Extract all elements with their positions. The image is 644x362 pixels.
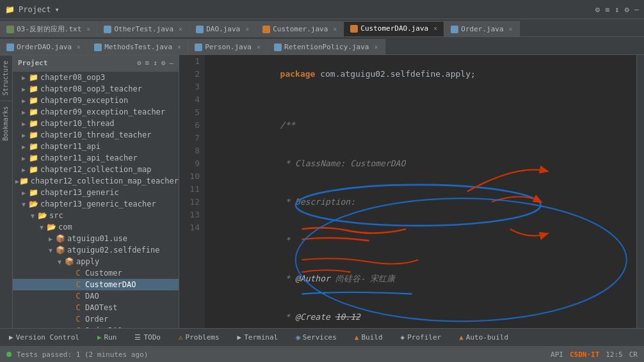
class-icon: C [73, 280, 83, 289]
tab-customer[interactable]: Customer.java × [256, 21, 344, 36]
editor-area[interactable]: 1 2 3 4 5 6 7 8 9 10 11 12 13 14 package… [179, 55, 636, 328]
tab-label: RetentionPolicy.java [284, 43, 369, 51]
tree-item-orderdao-class[interactable]: C OrderDAO [13, 325, 179, 328]
close-icon[interactable]: × [509, 26, 513, 33]
gear-icon[interactable]: ⚙ [625, 5, 629, 14]
tab-othertest[interactable]: OtherTest.java × [97, 21, 189, 36]
expand-arrow: ▼ [37, 224, 46, 231]
tab-label: Order.java [461, 25, 503, 33]
sidebar-header-icons: ⚙ ≡ ↕ ⚙ — [137, 59, 173, 67]
sidebar-sort-icon[interactable]: ↕ [153, 59, 157, 67]
title-dropdown-arrow[interactable]: ▾ [55, 5, 60, 14]
tree-item-ch08-oop3-teacher[interactable]: ▶ 📁 chapter08_oop3_teacher [13, 83, 179, 95]
tree-item-atguigu02[interactable]: ▼ 📦 atguigu02.selfdefine [13, 244, 179, 256]
tree-label: Customer [85, 269, 122, 278]
expand-arrow: ▼ [55, 258, 64, 265]
code-line-7: * @Author 尚硅谷- 宋红康 [210, 260, 636, 298]
close-icon[interactable]: × [245, 26, 249, 33]
terminal-button[interactable]: ▶ Terminal [234, 332, 282, 343]
close-icon[interactable]: × [333, 26, 337, 33]
tree-item-ch13-gen[interactable]: ▶ 📁 chapter13_generic [13, 187, 179, 198]
tab-dao[interactable]: DAO.java × [189, 21, 256, 36]
tree-item-order-class[interactable]: C Order [13, 313, 179, 325]
tree-item-customerdao-class[interactable]: C CustomerDAO [13, 279, 179, 290]
tree-item-ch11-api-teacher[interactable]: ▶ 📁 chapter11_api_teacher [13, 152, 179, 164]
sidebar-settings-icon[interactable]: ⚙ [137, 59, 141, 67]
close-icon[interactable]: × [86, 26, 90, 33]
tree-item-ch12-col-teacher[interactable]: ▶ 📁 chapter12_collection_map_teacher [13, 175, 179, 187]
tree-item-ch11-api[interactable]: ▶ 📁 chapter11_api [13, 141, 179, 152]
tree-item-dao-class[interactable]: C DAO [13, 290, 179, 302]
tree-item-ch10-thread-teacher[interactable]: ▶ 📁 chapter10_thread_teacher [13, 129, 179, 141]
tab-person[interactable]: Person.java × [188, 39, 268, 54]
tree-item-ch10-thread[interactable]: ▶ 📁 chapter10_thread [13, 118, 179, 129]
tab-retentionpolicy[interactable]: RetentionPolicy.java × [268, 39, 385, 54]
code-line-2 [210, 93, 636, 106]
class-icon: C [73, 292, 83, 301]
tree-item-customer-class[interactable]: C Customer [13, 267, 179, 279]
structure-tab[interactable]: Structure [0, 55, 12, 100]
close-icon[interactable]: × [179, 26, 182, 33]
close-icon[interactable]: × [433, 25, 437, 32]
tree-label: src [49, 211, 63, 220]
folder-icon: 📁 [28, 119, 38, 128]
tree-item-daotest-class[interactable]: C DAOTest [13, 302, 179, 313]
services-button[interactable]: ◉ Services [292, 332, 341, 343]
settings-icon[interactable]: ⚙ [595, 5, 600, 14]
tree-item-apply[interactable]: ▼ 📦 apply [13, 256, 179, 267]
close-icon[interactable]: × [257, 43, 261, 51]
expand-arrow: ▶ [46, 235, 55, 242]
tree-item-ch09-exc-teacher[interactable]: ▶ 📁 chapter09_exception_teacher [13, 106, 179, 118]
close-icon[interactable]: × [77, 43, 81, 51]
folder-icon: 📁 [28, 73, 38, 82]
expand-arrow: ▶ [19, 109, 28, 116]
scrollbar[interactable] [636, 55, 644, 328]
expand-arrow: ▶ [19, 189, 28, 196]
auto-build-icon: ▲ [459, 333, 463, 342]
folder-open-icon: 📂 [28, 200, 38, 209]
tab-bar-row2: OrderDAO.java × MethodsTest.java × Perso… [0, 37, 644, 55]
bookmarks-tab[interactable]: Bookmarks [0, 100, 12, 146]
tab-bar-row1: 03-反射的应用.txt × OtherTest.java × DAO.java… [0, 19, 644, 37]
problems-label: Problems [186, 333, 220, 342]
sidebar-gear-icon[interactable]: ⚙ [161, 59, 166, 67]
expand-arrow: ▼ [19, 201, 28, 208]
tree-label: chapter11_api_teacher [40, 153, 138, 162]
problems-button[interactable]: ⚠ Problems [175, 332, 223, 343]
sidebar-minimize-icon[interactable]: — [169, 59, 173, 67]
build-button[interactable]: ▲ Build [351, 332, 387, 343]
minimize-icon[interactable]: — [634, 5, 639, 14]
tree-item-ch08-oop3[interactable]: ▶ 📁 chapter08_oop3 [13, 72, 179, 83]
main-layout: Structure Bookmarks Project ⚙ ≡ ↕ ⚙ — ▶ … [0, 55, 644, 328]
tree-item-src[interactable]: ▼ 📂 src [13, 210, 179, 221]
tab-orderdao[interactable]: OrderDAO.java × [0, 39, 88, 54]
java-file-icon [94, 43, 102, 51]
terminal-label: Terminal [244, 333, 278, 342]
tree-label: chapter09_exception_teacher [40, 107, 165, 116]
tree-item-atguigu01[interactable]: ▶ 📦 atguigu01.use [13, 233, 179, 244]
tree-item-ch12-col[interactable]: ▶ 📁 chapter12_collection_map [13, 164, 179, 175]
tab-customerdao-active[interactable]: CustomerDAO.java × [344, 21, 444, 36]
todo-button[interactable]: ☰ TODo [131, 332, 165, 343]
run-button[interactable]: ▶ Run [93, 332, 121, 343]
sort-icon[interactable]: ↕ [615, 5, 619, 14]
tab-order[interactable]: Order.java × [444, 21, 519, 36]
close-icon[interactable]: × [177, 43, 181, 51]
status-right: API CSDN·IT 12:5 CR [551, 350, 638, 359]
menu-icon[interactable]: ≡ [605, 5, 609, 14]
auto-build-button[interactable]: ▲ Auto-build [455, 332, 512, 343]
sidebar-layout-icon[interactable]: ≡ [145, 59, 150, 67]
tree-item-ch09-exc[interactable]: ▶ 📁 chapter09_exception [13, 95, 179, 106]
tab-label: 03-反射的应用.txt [17, 24, 81, 34]
close-icon[interactable]: × [374, 43, 378, 51]
tree-label: chapter10_thread [40, 119, 115, 128]
tab-label: Person.java [205, 43, 252, 51]
class-file-icon [350, 25, 358, 33]
tab-methodstest[interactable]: MethodsTest.java × [88, 39, 188, 54]
version-control-button[interactable]: ▶ Version Control [5, 332, 83, 343]
tree-item-ch13-gen-teacher[interactable]: ▼ 📂 chapter13_generic_teacher [13, 198, 179, 210]
profiler-button[interactable]: ◈ Profiler [397, 332, 446, 343]
tree-item-com[interactable]: ▼ 📂 com [13, 221, 179, 233]
expand-arrow: ▶ [19, 97, 28, 104]
tab-03-txt[interactable]: 03-反射的应用.txt × [0, 21, 97, 36]
